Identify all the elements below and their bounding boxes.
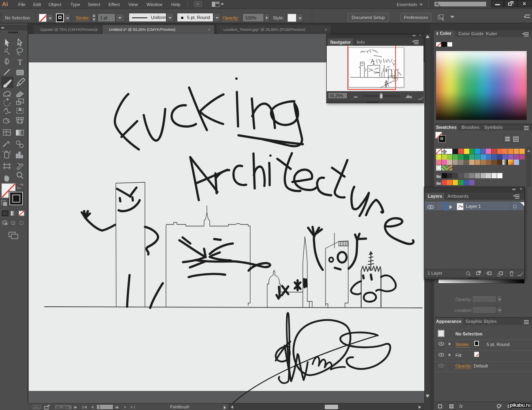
svg-text:GPU: GPU (33, 406, 39, 409)
svg-text:T: T (18, 58, 22, 66)
svg-text:pikabu.ru: pikabu.ru (510, 402, 530, 408)
